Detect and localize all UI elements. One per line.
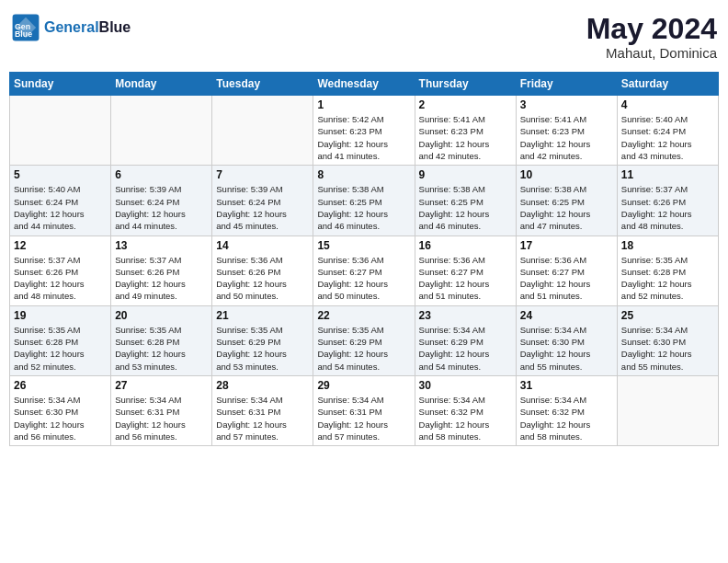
day-number: 6 [115,168,208,181]
day-number: 2 [419,98,512,111]
day-header-sunday: Sunday [10,73,111,96]
day-number: 20 [115,309,208,322]
calendar-cell: 29Sunrise: 5:34 AM Sunset: 6:31 PM Dayli… [313,375,415,445]
day-info: Sunrise: 5:35 AM Sunset: 6:28 PM Dayligh… [621,254,714,303]
calendar-cell: 6Sunrise: 5:39 AM Sunset: 6:24 PM Daylig… [111,166,212,236]
day-number: 3 [520,98,613,111]
day-info: Sunrise: 5:39 AM Sunset: 6:24 PM Dayligh… [115,183,208,232]
day-info: Sunrise: 5:34 AM Sunset: 6:29 PM Dayligh… [419,324,512,373]
calendar-week-row: 12Sunrise: 5:37 AM Sunset: 6:26 PM Dayli… [10,236,719,305]
day-info: Sunrise: 5:36 AM Sunset: 6:27 PM Dayligh… [419,254,512,303]
calendar-cell: 21Sunrise: 5:35 AM Sunset: 6:29 PM Dayli… [212,305,313,375]
calendar-cell [10,96,111,166]
day-header-wednesday: Wednesday [313,73,415,96]
day-number: 11 [621,168,714,181]
day-number: 17 [520,239,613,252]
calendar-cell: 27Sunrise: 5:34 AM Sunset: 6:31 PM Dayli… [111,375,212,445]
day-number: 19 [14,309,107,322]
calendar-cell: 17Sunrise: 5:36 AM Sunset: 6:27 PM Dayli… [516,236,617,305]
day-number: 16 [419,239,512,252]
day-info: Sunrise: 5:34 AM Sunset: 6:31 PM Dayligh… [317,394,410,442]
day-number: 30 [419,379,512,392]
day-number: 24 [520,309,613,322]
day-info: Sunrise: 5:36 AM Sunset: 6:27 PM Dayligh… [520,254,613,303]
calendar-cell: 9Sunrise: 5:38 AM Sunset: 6:25 PM Daylig… [415,166,516,236]
day-info: Sunrise: 5:39 AM Sunset: 6:24 PM Dayligh… [216,183,309,232]
calendar-cell: 11Sunrise: 5:37 AM Sunset: 6:26 PM Dayli… [617,166,718,236]
day-number: 28 [216,379,309,392]
calendar-cell: 26Sunrise: 5:34 AM Sunset: 6:30 PM Dayli… [10,375,111,445]
day-number: 25 [621,309,714,322]
calendar-week-row: 5Sunrise: 5:40 AM Sunset: 6:24 PM Daylig… [10,166,719,236]
day-number: 5 [14,168,107,181]
day-info: Sunrise: 5:38 AM Sunset: 6:25 PM Dayligh… [520,183,613,232]
day-info: Sunrise: 5:34 AM Sunset: 6:30 PM Dayligh… [621,324,714,373]
calendar-cell [212,96,313,166]
calendar-week-row: 26Sunrise: 5:34 AM Sunset: 6:30 PM Dayli… [10,375,719,445]
calendar-table: SundayMondayTuesdayWednesdayThursdayFrid… [9,72,719,446]
day-number: 29 [317,379,410,392]
calendar-cell: 20Sunrise: 5:35 AM Sunset: 6:28 PM Dayli… [111,305,212,375]
calendar-cell: 7Sunrise: 5:39 AM Sunset: 6:24 PM Daylig… [212,166,313,236]
day-number: 23 [419,309,512,322]
day-number: 4 [621,98,714,111]
calendar-cell: 22Sunrise: 5:35 AM Sunset: 6:29 PM Dayli… [313,305,415,375]
calendar-week-row: 19Sunrise: 5:35 AM Sunset: 6:28 PM Dayli… [10,305,719,375]
day-number: 13 [115,239,208,252]
day-info: Sunrise: 5:37 AM Sunset: 6:26 PM Dayligh… [621,183,714,232]
day-info: Sunrise: 5:37 AM Sunset: 6:26 PM Dayligh… [115,254,208,303]
day-info: Sunrise: 5:34 AM Sunset: 6:31 PM Dayligh… [216,394,309,442]
calendar-cell: 30Sunrise: 5:34 AM Sunset: 6:32 PM Dayli… [415,375,516,445]
day-info: Sunrise: 5:35 AM Sunset: 6:28 PM Dayligh… [14,324,107,373]
day-number: 7 [216,168,309,181]
logo: Gen Blue GeneralBlue [11,13,131,42]
day-info: Sunrise: 5:36 AM Sunset: 6:26 PM Dayligh… [216,254,309,303]
calendar-cell: 16Sunrise: 5:36 AM Sunset: 6:27 PM Dayli… [415,236,516,305]
calendar-cell: 28Sunrise: 5:34 AM Sunset: 6:31 PM Dayli… [212,375,313,445]
day-info: Sunrise: 5:40 AM Sunset: 6:24 PM Dayligh… [14,183,107,232]
title-block: May 2024 Mahaut, Dominica [586,13,717,61]
day-number: 14 [216,239,309,252]
day-info: Sunrise: 5:37 AM Sunset: 6:26 PM Dayligh… [14,254,107,303]
day-header-friday: Friday [516,73,617,96]
day-number: 18 [621,239,714,252]
calendar-cell: 18Sunrise: 5:35 AM Sunset: 6:28 PM Dayli… [617,236,718,305]
day-header-thursday: Thursday [415,73,516,96]
day-info: Sunrise: 5:34 AM Sunset: 6:30 PM Dayligh… [14,394,107,442]
calendar-week-row: 1Sunrise: 5:42 AM Sunset: 6:23 PM Daylig… [10,96,719,166]
calendar-cell: 5Sunrise: 5:40 AM Sunset: 6:24 PM Daylig… [10,166,111,236]
logo-icon: Gen Blue [11,13,40,42]
day-header-monday: Monday [111,73,212,96]
calendar-cell: 14Sunrise: 5:36 AM Sunset: 6:26 PM Dayli… [212,236,313,305]
calendar-cell: 19Sunrise: 5:35 AM Sunset: 6:28 PM Dayli… [10,305,111,375]
svg-text:Blue: Blue [15,29,32,39]
day-info: Sunrise: 5:40 AM Sunset: 6:24 PM Dayligh… [621,113,714,162]
day-info: Sunrise: 5:34 AM Sunset: 6:31 PM Dayligh… [115,394,208,442]
day-number: 22 [317,309,410,322]
calendar-cell: 10Sunrise: 5:38 AM Sunset: 6:25 PM Dayli… [516,166,617,236]
day-info: Sunrise: 5:35 AM Sunset: 6:29 PM Dayligh… [317,324,410,373]
day-header-tuesday: Tuesday [212,73,313,96]
calendar-cell: 2Sunrise: 5:41 AM Sunset: 6:23 PM Daylig… [415,96,516,166]
day-number: 26 [14,379,107,392]
month-title: May 2024 [586,13,717,45]
day-info: Sunrise: 5:41 AM Sunset: 6:23 PM Dayligh… [520,113,613,162]
day-number: 27 [115,379,208,392]
calendar-cell: 15Sunrise: 5:36 AM Sunset: 6:27 PM Dayli… [313,236,415,305]
page-header: Gen Blue GeneralBlue May 2024 Mahaut, Do… [9,9,719,64]
calendar-cell: 24Sunrise: 5:34 AM Sunset: 6:30 PM Dayli… [516,305,617,375]
day-info: Sunrise: 5:34 AM Sunset: 6:30 PM Dayligh… [520,324,613,373]
day-info: Sunrise: 5:38 AM Sunset: 6:25 PM Dayligh… [317,183,410,232]
day-number: 12 [14,239,107,252]
day-info: Sunrise: 5:36 AM Sunset: 6:27 PM Dayligh… [317,254,410,303]
day-number: 8 [317,168,410,181]
day-number: 1 [317,98,410,111]
calendar-cell: 23Sunrise: 5:34 AM Sunset: 6:29 PM Dayli… [415,305,516,375]
calendar-cell: 31Sunrise: 5:34 AM Sunset: 6:32 PM Dayli… [516,375,617,445]
day-number: 15 [317,239,410,252]
day-info: Sunrise: 5:34 AM Sunset: 6:32 PM Dayligh… [419,394,512,442]
day-info: Sunrise: 5:35 AM Sunset: 6:29 PM Dayligh… [216,324,309,373]
calendar-cell: 25Sunrise: 5:34 AM Sunset: 6:30 PM Dayli… [617,305,718,375]
day-info: Sunrise: 5:34 AM Sunset: 6:32 PM Dayligh… [520,394,613,442]
day-header-saturday: Saturday [617,73,718,96]
